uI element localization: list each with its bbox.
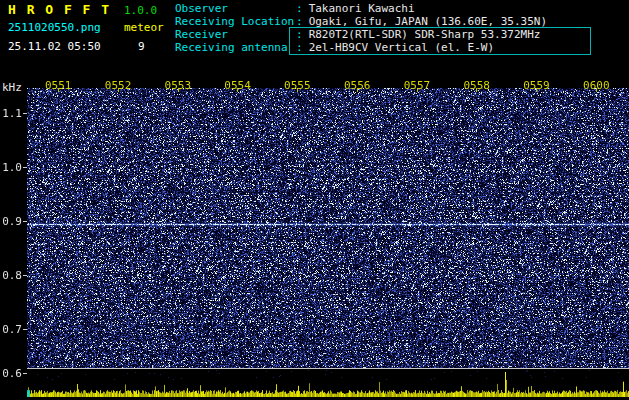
freq-tick-label: 0.9 <box>0 215 22 228</box>
freq-tick-mark <box>23 221 27 222</box>
time-axis: 0551055205530554055505560557055805590600 <box>0 79 629 90</box>
info-label: Observer <box>175 2 296 15</box>
freq-tick-label: 0.7 <box>0 323 22 336</box>
freq-tick-label: 1.1 <box>0 107 22 120</box>
info-row-observer: Observer:Takanori Kawachi <box>175 2 547 15</box>
time-tick-label: 0551 <box>45 79 72 92</box>
time-tick-label: 0555 <box>284 79 311 92</box>
app-version: 1.0.0 <box>124 4 157 17</box>
freq-tick-label: 1.0 <box>0 161 22 174</box>
mode-label: meteor <box>124 21 164 34</box>
frequency-axis: 1.11.00.90.80.70.6 <box>0 0 27 400</box>
time-tick-label: 0553 <box>165 79 192 92</box>
time-tick-label: 0559 <box>523 79 550 92</box>
hrofft-window: H R O F F T 1.0.0 2511020550.png meteor … <box>0 0 629 400</box>
info-value: Takanori Kawachi <box>309 2 415 15</box>
freq-tick-label: 0.8 <box>0 269 22 282</box>
echo-counter: 9 <box>138 40 145 53</box>
spectrogram-canvas <box>27 88 629 400</box>
time-tick-label: 0554 <box>224 79 251 92</box>
info-label: Receiving Location <box>175 15 296 28</box>
freq-tick-mark <box>23 275 27 276</box>
time-tick-label: 0557 <box>404 79 431 92</box>
info-label: Receiving antenna <box>175 41 296 54</box>
time-tick-label: 0600 <box>583 79 610 92</box>
info-colon: : <box>296 2 303 15</box>
freq-tick-mark <box>23 373 27 374</box>
freq-tick-mark <box>23 167 27 168</box>
freq-tick-label: 0.6 <box>0 367 22 380</box>
freq-tick-mark <box>23 329 27 330</box>
time-tick-label: 0558 <box>463 79 490 92</box>
freq-tick-mark <box>23 113 27 114</box>
time-tick-label: 0552 <box>105 79 132 92</box>
time-tick-label: 0556 <box>344 79 371 92</box>
receiver-highlight-box <box>289 27 591 55</box>
info-label: Receiver <box>175 28 296 41</box>
